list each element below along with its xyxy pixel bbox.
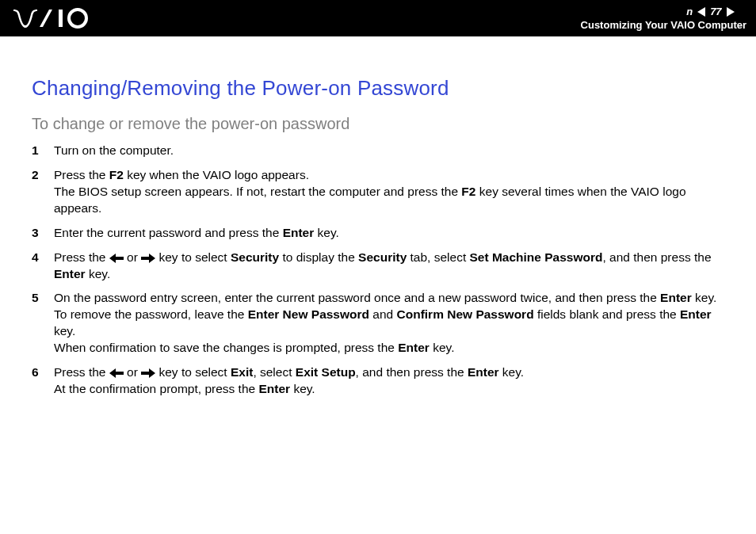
step-number: 2 xyxy=(32,167,54,217)
text: key when the VAIO logo appears. xyxy=(124,168,309,181)
step-item: 3Enter the current password and press th… xyxy=(32,225,724,242)
text: key. xyxy=(290,382,315,395)
text: key. xyxy=(54,324,75,338)
bold-text: Security xyxy=(231,250,279,264)
step-text: Press the or key to select Exit, select … xyxy=(54,364,724,398)
bold-text: F2 xyxy=(461,185,475,198)
arrow-left-icon xyxy=(109,368,124,378)
bold-text: Enter xyxy=(283,226,315,239)
text: or xyxy=(124,250,141,264)
bold-text: Security xyxy=(358,250,407,264)
page-title: Changing/Removing the Power-on Password xyxy=(32,76,724,101)
bold-text: Enter xyxy=(468,365,499,379)
text: The BIOS setup screen appears. If not, r… xyxy=(54,185,461,198)
page-nav: n 77 N xyxy=(686,6,746,17)
step-item: 4Press the or key to select Security to … xyxy=(32,250,724,283)
step-number: 1 xyxy=(32,143,54,159)
text: or xyxy=(124,365,141,379)
text: key to select xyxy=(155,365,231,379)
step-number: 6 xyxy=(32,364,54,398)
step-item: 5On the password entry screen, enter the… xyxy=(32,290,724,357)
text: , select xyxy=(253,365,295,379)
step-item: 6Press the or key to select Exit, select… xyxy=(32,364,724,398)
text: To remove the password, leave the xyxy=(54,307,248,321)
header-right: n 77 N Customizing Your VAIO Computer xyxy=(581,6,746,31)
step-text: Press the or key to select Security to d… xyxy=(54,250,724,283)
svg-rect-0 xyxy=(59,10,63,27)
step-text: On the password entry screen, enter the … xyxy=(54,290,724,357)
text: Turn on the computer. xyxy=(54,143,174,157)
section-title: Customizing Your VAIO Computer xyxy=(581,19,746,31)
bold-text: Exit xyxy=(231,365,253,379)
bold-text: Set Machine Password xyxy=(470,250,603,264)
bold-text: Exit Setup xyxy=(296,365,356,379)
text: , and then press the xyxy=(603,250,712,264)
text: key to select xyxy=(155,250,231,264)
step-item: 2Press the F2 key when the VAIO logo app… xyxy=(32,167,724,217)
text: tab, select xyxy=(407,250,469,264)
bold-text: Enter xyxy=(398,341,430,354)
text: fields blank and press the xyxy=(534,307,680,321)
text: key. xyxy=(314,226,339,239)
bold-text: Enter New Password xyxy=(248,307,369,321)
nav-prev-icon[interactable] xyxy=(697,7,705,17)
bold-text: Confirm New Password xyxy=(397,307,534,321)
vaio-logo xyxy=(13,8,108,29)
svg-point-1 xyxy=(69,10,86,27)
text: to display the xyxy=(279,250,358,264)
step-text: Press the F2 key when the VAIO logo appe… xyxy=(54,167,724,217)
bold-text: Enter xyxy=(54,267,86,280)
header-bar: n 77 N Customizing Your VAIO Computer xyxy=(0,0,756,36)
text: On the password entry screen, enter the … xyxy=(54,291,660,304)
nav-next-icon[interactable] xyxy=(727,7,735,17)
bold-text: Enter xyxy=(258,382,290,395)
nav-n-glyph: n xyxy=(686,6,693,17)
content-area: Changing/Removing the Power-on Password … xyxy=(0,36,756,398)
page-number: 77 xyxy=(710,6,721,17)
arrow-right-icon xyxy=(141,368,155,378)
text: Press the xyxy=(54,168,109,181)
text: key. xyxy=(692,291,717,304)
steps-list: 1Turn on the computer.2Press the F2 key … xyxy=(32,143,724,398)
arrow-left-icon xyxy=(109,254,124,263)
text: key. xyxy=(430,341,455,354)
text: key. xyxy=(86,267,111,280)
text: When confirmation to save the changes is… xyxy=(54,341,398,354)
page-subtitle: To change or remove the power-on passwor… xyxy=(32,115,724,133)
text: Press the xyxy=(54,365,109,379)
text: , and then press the xyxy=(356,365,468,379)
text: At the confirmation prompt, press the xyxy=(54,382,258,395)
step-number: 3 xyxy=(32,225,54,242)
step-item: 1Turn on the computer. xyxy=(32,143,724,159)
text: key. xyxy=(499,365,525,379)
text: Enter the current password and press the xyxy=(54,226,283,239)
step-text: Enter the current password and press the… xyxy=(54,225,724,242)
arrow-right-icon xyxy=(141,254,155,263)
bold-text: F2 xyxy=(109,168,124,181)
text: and xyxy=(369,307,396,321)
text: Press the xyxy=(54,250,109,264)
step-text: Turn on the computer. xyxy=(54,143,724,159)
step-number: 5 xyxy=(32,290,54,357)
bold-text: Enter xyxy=(660,291,692,304)
step-number: 4 xyxy=(32,250,54,283)
bold-text: Enter xyxy=(680,307,712,321)
